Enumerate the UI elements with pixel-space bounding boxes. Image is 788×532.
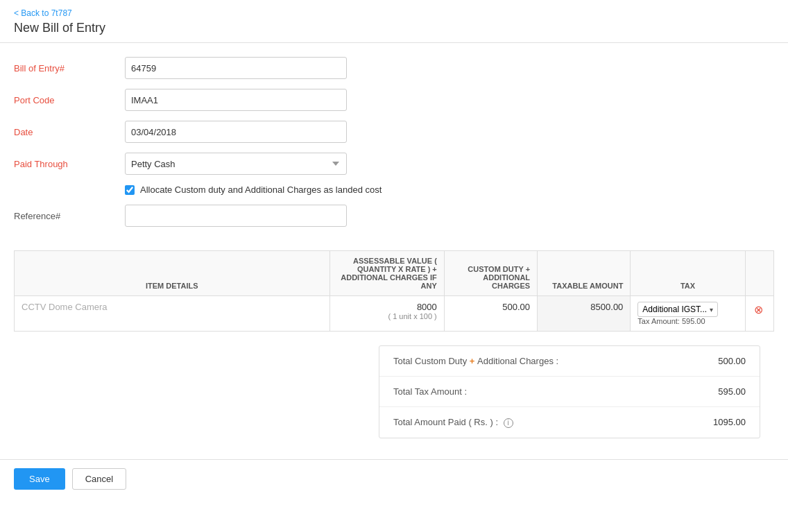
chevron-down-icon: ▾ [710,306,713,314]
tax-select-button[interactable]: Additional IGST... ▾ [637,302,718,317]
form-area: Bill of Entry# Port Code Date Paid Throu… [0,43,788,243]
date-label: Date [14,127,125,137]
bill-entry-row: Bill of Entry# [14,57,774,79]
page-header: < Back to 7t787 New Bill of Entry [0,0,788,43]
date-input[interactable] [125,121,347,143]
custom-duty-total-label: Total Custom Duty + Additional Charges : [393,356,558,366]
tax-amount-total-row: Total Tax Amount : 595.00 [379,377,760,407]
table-row: CCTV Dome Camera 8000 ( 1 unit x 100 ) 5… [15,296,774,332]
bill-entry-label: Bill of Entry# [14,63,125,74]
col-header-taxable: TAXABLE AMOUNT [538,251,631,296]
tax-cell: Additional IGST... ▾ Tax Amount: 595.00 [631,296,745,332]
page-title: New Bill of Entry [14,21,774,35]
reference-input[interactable] [125,205,347,227]
tax-select-wrap: Additional IGST... ▾ [637,302,737,317]
assessable-cell: 8000 ( 1 unit x 100 ) [329,296,444,332]
remove-row-button[interactable]: ⊗ [753,302,764,318]
paid-through-select[interactable]: Petty Cash Bank Cash [125,153,347,175]
item-details-cell: CCTV Dome Camera [15,296,330,332]
col-header-action [745,251,773,296]
tax-amount-total-label: Total Tax Amount : [393,386,467,397]
allocate-checkbox[interactable] [125,185,135,195]
port-code-label: Port Code [14,95,125,105]
footer-bar: Save Cancel [0,459,788,498]
custom-duty-total-row: Total Custom Duty + Additional Charges :… [379,346,760,377]
col-header-tax: TAX [631,251,745,296]
total-paid-label: Total Amount Paid ( Rs. ) : i [393,417,513,428]
tax-select-label: Additional IGST... [642,304,707,314]
total-paid-value: 1095.00 [713,417,746,427]
taxable-amount-value: 8500.00 [545,302,623,312]
date-row: Date [14,121,774,143]
port-code-row: Port Code [14,89,774,111]
item-name: CCTV Dome Camera [22,302,108,312]
total-paid-row: Total Amount Paid ( Rs. ) : i 1095.00 [379,407,760,438]
items-table: ITEM DETAILS ASSESSABLE VALUE ( QUANTITY… [14,250,774,332]
save-button[interactable]: Save [14,468,65,490]
allocate-checkbox-label[interactable]: Allocate Custom duty and Additional Char… [140,185,382,195]
assessable-sub: ( 1 unit x 100 ) [337,312,437,320]
port-code-input[interactable] [125,89,347,111]
assessable-value: 8000 [337,302,437,312]
paid-through-label: Paid Through [14,159,125,169]
back-link[interactable]: < Back to 7t787 [14,8,774,18]
reference-row: Reference# [14,205,774,227]
custom-duty-value: 500.00 [452,302,530,312]
paid-through-row: Paid Through Petty Cash Bank Cash [14,153,774,175]
col-header-assessable: ASSESSABLE VALUE ( QUANTITY X RATE ) + A… [329,251,444,296]
bill-entry-input[interactable] [125,57,347,79]
reference-label: Reference# [14,211,125,221]
custom-duty-cell: 500.00 [444,296,537,332]
totals-section: Total Custom Duty + Additional Charges :… [379,345,760,438]
col-header-custom: CUSTOM DUTY + ADDITIONAL CHARGES [444,251,537,296]
custom-duty-total-value: 500.00 [718,356,746,366]
tax-amount-total-value: 595.00 [718,386,746,397]
remove-cell: ⊗ [745,296,773,332]
items-table-section: ITEM DETAILS ASSESSABLE VALUE ( QUANTITY… [14,250,774,332]
plus-icon: + [470,356,477,366]
col-header-item: ITEM DETAILS [15,251,330,296]
cancel-button[interactable]: Cancel [72,468,126,490]
taxable-amount-cell: 8500.00 [538,296,631,332]
tax-amount-note: Tax Amount: 595.00 [637,317,737,325]
info-icon: i [504,418,513,428]
allocate-checkbox-row: Allocate Custom duty and Additional Char… [125,185,774,195]
